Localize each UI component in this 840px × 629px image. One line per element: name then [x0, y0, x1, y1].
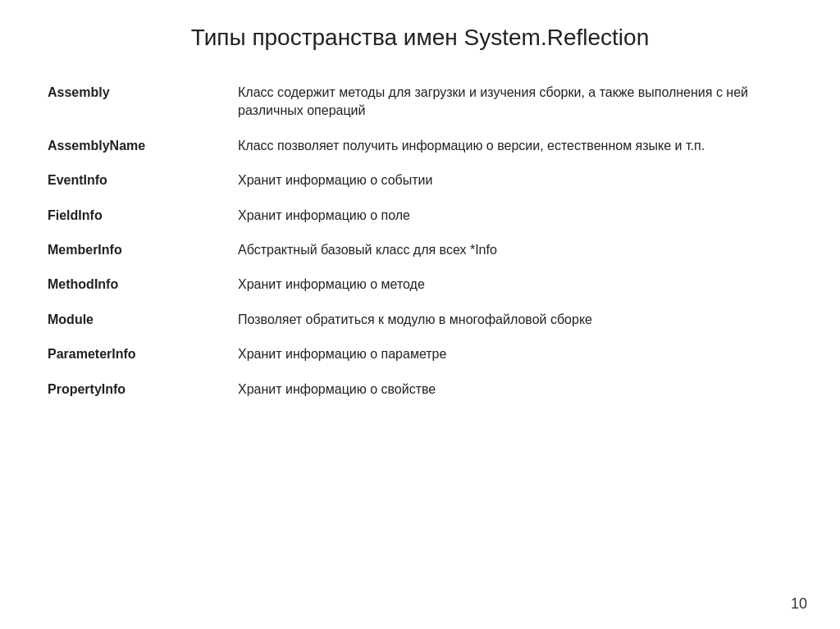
- slide-page: Типы пространства имен System.Reflection…: [0, 0, 840, 629]
- table-row: EventInfoХранит информацию о событии: [41, 163, 799, 198]
- item-description: Хранит информацию о параметре: [221, 337, 799, 371]
- content-table: AssemblyКласс содержит методы для загруз…: [41, 75, 799, 407]
- table-row: MemberInfoАбстрактный базовый класс для …: [41, 233, 799, 267]
- item-description: Хранит информацию о методе: [221, 267, 799, 302]
- item-description: Хранит информацию о событии: [221, 163, 799, 198]
- table-row: PropertyInfoХранит информацию о свойстве: [41, 372, 799, 407]
- item-name: MethodInfo: [41, 267, 221, 302]
- item-description: Позволяет обратиться к модулю в многофай…: [221, 303, 799, 337]
- page-title: Типы пространства имен System.Reflection: [41, 25, 799, 51]
- table-row: AssemblyКласс содержит методы для загруз…: [41, 75, 799, 129]
- item-description: Абстрактный базовый класс для всех *Info: [221, 233, 799, 267]
- item-name: ParameterInfo: [41, 337, 221, 371]
- table-row: MethodInfoХранит информацию о методе: [41, 267, 799, 302]
- item-name: Assembly: [41, 75, 221, 129]
- item-name: PropertyInfo: [41, 372, 221, 407]
- item-description: Хранит информацию о поле: [221, 198, 799, 233]
- item-description: Хранит информацию о свойстве: [221, 372, 799, 407]
- table-row: ModuleПозволяет обратиться к модулю в мн…: [41, 303, 799, 337]
- item-name: FieldInfo: [41, 198, 221, 233]
- table-row: AssemblyNameКласс позволяет получить инф…: [41, 129, 799, 163]
- page-number: 10: [791, 595, 807, 613]
- item-name: AssemblyName: [41, 129, 221, 163]
- item-name: EventInfo: [41, 163, 221, 198]
- item-name: Module: [41, 303, 221, 337]
- table-row: FieldInfoХранит информацию о поле: [41, 198, 799, 233]
- item-description: Класс содержит методы для загрузки и изу…: [221, 75, 799, 129]
- item-name: MemberInfo: [41, 233, 221, 267]
- item-description: Класс позволяет получить информацию о ве…: [221, 129, 799, 163]
- table-row: ParameterInfoХранит информацию о парамет…: [41, 337, 799, 371]
